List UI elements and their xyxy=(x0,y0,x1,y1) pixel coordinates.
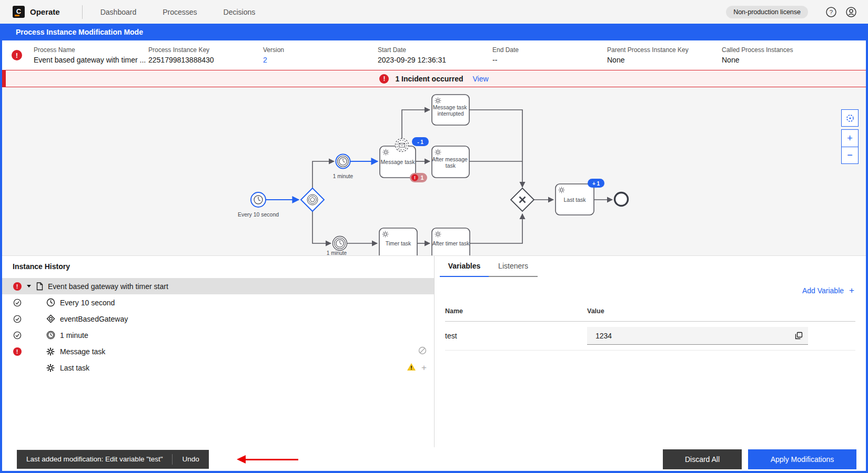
toast-divider xyxy=(172,454,173,465)
svg-text:!: ! xyxy=(414,175,416,180)
history-row-1-minute[interactable]: 1 minute xyxy=(2,327,434,343)
variable-value-input[interactable]: 1234 xyxy=(587,327,808,345)
bottom-panels: Instance History ! Event based gateway w… xyxy=(2,255,866,447)
history-row-message-task[interactable]: ! Message task xyxy=(2,343,434,359)
task-last-task[interactable]: Last task xyxy=(556,184,594,215)
top-navigation: C Operate Dashboard Processes Decisions … xyxy=(0,0,868,24)
service-task-icon xyxy=(46,347,55,356)
incident-state-icon: ! xyxy=(13,282,22,291)
modification-mode-frame: Process Instance Modification Mode ! Pro… xyxy=(0,24,868,473)
discard-all-button[interactable]: Discard All xyxy=(663,449,742,469)
cancel-not-allowed-icon xyxy=(418,346,427,356)
service-task-icon xyxy=(46,364,55,372)
add-token-icon[interactable]: + xyxy=(421,363,427,372)
task-message-task[interactable]: Message task xyxy=(380,146,416,178)
history-row-every-10-second[interactable]: Every 10 second xyxy=(2,294,434,311)
variables-panel: Variables Listeners Add Variable + Name … xyxy=(435,256,866,447)
after-timer-task-label: After timer task xyxy=(432,240,470,246)
svg-text:Message task inter: Message task interrupted xyxy=(433,104,469,117)
incident-state-icon: ! xyxy=(13,347,22,356)
meta-end-date: End Date -- xyxy=(492,46,607,64)
timer-event-1-minute-bottom[interactable]: 1 minute xyxy=(327,236,347,256)
nav-divider xyxy=(82,5,83,19)
bpmn-canvas[interactable]: Every 10 second 1 minute xyxy=(2,87,866,255)
timer-task-label: Timer task xyxy=(386,240,411,246)
column-header-value: Value xyxy=(587,307,604,315)
modification-mode-banner: Process Instance Modification Mode xyxy=(2,24,866,40)
boundary-message-event[interactable] xyxy=(396,139,409,152)
event-based-gateway[interactable] xyxy=(301,188,324,211)
last-modification-toast: Last added modification: Edit variable "… xyxy=(17,450,209,469)
history-row-label: eventBasedGateway xyxy=(60,315,427,323)
meta-process-instance-key: Process Instance Key 2251799813888430 xyxy=(148,46,263,64)
history-row-label: Event based gateway with timer start xyxy=(48,282,427,291)
incident-icon: ! xyxy=(379,74,389,84)
incident-count-badge: ! 1 xyxy=(410,173,427,182)
modification-footer: Last added modification: Edit variable "… xyxy=(2,447,866,471)
nav-item-decisions[interactable]: Decisions xyxy=(224,8,256,16)
incident-banner-accent xyxy=(2,70,6,87)
meta-parent-process-instance-key: Parent Process Instance Key None xyxy=(607,46,722,64)
cancel-token-badge: - 1 xyxy=(412,137,429,146)
add-token-badge: + 1 xyxy=(588,179,604,188)
meta-called-process-instances: Called Process Instances None xyxy=(722,46,836,64)
timer-start-event-icon xyxy=(46,298,55,307)
meta-start-date: Start Date 2023-09-29 12:36:31 xyxy=(378,46,492,64)
timer-top-label: 1 minute xyxy=(333,173,354,179)
nav-item-dashboard[interactable]: Dashboard xyxy=(100,8,137,16)
task-message-task-interrupted[interactable]: Message task interrupted xyxy=(432,95,469,125)
help-icon[interactable]: ? xyxy=(825,6,837,18)
svg-text:1: 1 xyxy=(421,174,424,181)
instance-metadata-bar: ! Process Name Event based gateway with … xyxy=(2,40,866,70)
history-row-root[interactable]: ! Event based gateway with timer start xyxy=(2,278,434,294)
column-header-name: Name xyxy=(445,307,587,315)
user-account-icon[interactable] xyxy=(845,6,857,18)
task-after-timer-task[interactable]: After timer task xyxy=(432,228,470,255)
diagram-reset-view-button[interactable] xyxy=(841,109,859,127)
incident-banner: ! 1 Incident occurred View xyxy=(2,70,866,87)
warning-icon xyxy=(407,363,416,373)
add-variable-button[interactable]: Add Variable + xyxy=(802,285,854,296)
event-based-gateway-icon xyxy=(46,314,55,323)
meta-version: Version 2 xyxy=(263,46,378,64)
history-row-last-task[interactable]: Last task + xyxy=(2,359,434,376)
svg-text:+ 1: + 1 xyxy=(592,181,600,187)
copy-icon[interactable] xyxy=(795,332,803,340)
task-after-message-task[interactable]: After message task xyxy=(432,146,469,178)
tab-variables[interactable]: Variables xyxy=(440,256,489,277)
logo-orange-mark xyxy=(15,15,19,16)
history-row-label: 1 minute xyxy=(60,331,427,340)
last-task-label: Last task xyxy=(563,197,586,203)
bpmn-diagram[interactable]: Every 10 second 1 minute xyxy=(2,87,866,255)
exclusive-gateway[interactable] xyxy=(511,188,534,211)
start-event-every-10-second[interactable]: Every 10 second xyxy=(238,192,279,218)
app-title: Operate xyxy=(30,7,60,16)
license-badge[interactable]: Non-production license xyxy=(726,6,808,18)
instance-history-title: Instance History xyxy=(2,262,434,278)
timer-event-1-minute-top[interactable]: 1 minute xyxy=(333,155,354,180)
timer-intermediate-event-icon xyxy=(46,331,55,340)
completed-state-icon xyxy=(13,299,22,307)
version-link[interactable]: 2 xyxy=(263,56,378,64)
apply-modifications-button[interactable]: Apply Modifications xyxy=(748,449,856,469)
completed-state-icon xyxy=(13,331,22,340)
history-row-label: Message task xyxy=(60,347,418,356)
panel-tabs: Variables Listeners xyxy=(435,256,866,277)
instance-history-panel: Instance History ! Event based gateway w… xyxy=(2,256,435,447)
nav-item-processes[interactable]: Processes xyxy=(163,8,197,16)
undo-button[interactable]: Undo xyxy=(182,455,199,463)
variables-table: Name Value test 1234 xyxy=(435,307,866,351)
diagram-controls: + − xyxy=(841,109,859,164)
task-timer-task[interactable]: Timer task xyxy=(379,228,417,255)
completed-state-icon xyxy=(13,315,22,323)
history-row-event-based-gateway[interactable]: eventBasedGateway xyxy=(2,311,434,327)
incident-view-link[interactable]: View xyxy=(473,75,489,83)
diagram-zoom-in-button[interactable]: + xyxy=(841,129,859,147)
tab-listeners[interactable]: Listeners xyxy=(489,256,538,277)
camunda-logo[interactable]: C xyxy=(13,6,25,18)
chevron-down-icon[interactable] xyxy=(26,284,32,288)
end-event[interactable] xyxy=(615,193,628,206)
incident-state-icon: ! xyxy=(12,50,22,60)
process-document-icon xyxy=(36,282,43,291)
diagram-zoom-out-button[interactable]: − xyxy=(841,147,859,164)
